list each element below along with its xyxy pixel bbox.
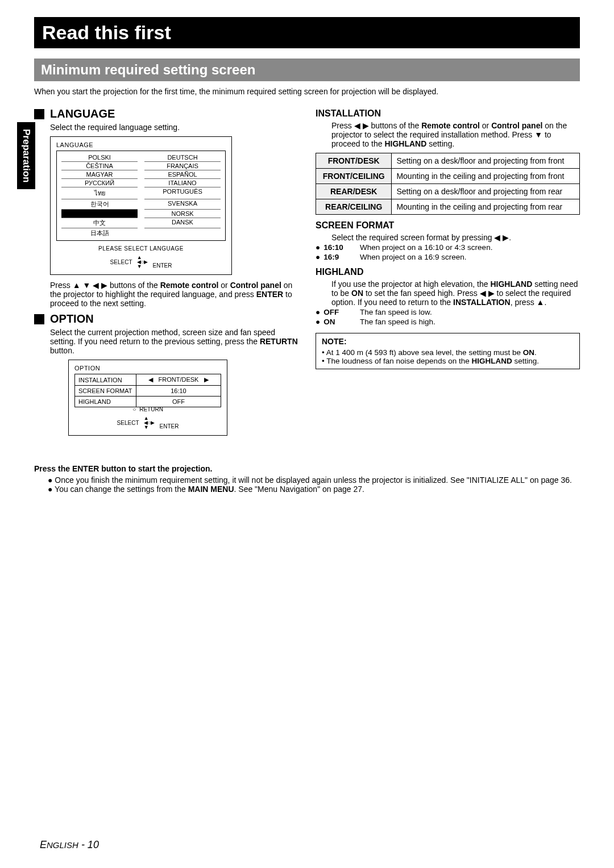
right-column: INSTALLATION Press ◀ ▶ buttons of the Re…: [316, 103, 580, 441]
option-desc: Select the current projection method, sc…: [50, 328, 298, 355]
nav-dpad-icon: ▲◀○▶▼: [143, 416, 156, 429]
row-screenformat[interactable]: SCREEN FORMAT 16:10: [75, 386, 221, 397]
enter-label: ENTER: [153, 262, 172, 269]
nav-dpad-icon: ▲◀○▶▼: [136, 255, 150, 269]
bottom-lead: Press the ENTER button to start the proj…: [34, 464, 580, 473]
row-rear-ceiling: REAR/CEILING Mounting in the ceiling and…: [316, 199, 580, 215]
lang-chinese[interactable]: 中文: [61, 218, 138, 228]
row-highland-value: OFF: [136, 397, 221, 407]
select-label: SELECT: [117, 420, 139, 426]
lang-polski[interactable]: POLSKI: [61, 153, 138, 162]
language-title: LANGUAGE: [50, 107, 115, 120]
highland-desc: If you use the projector at high elevati…: [331, 279, 580, 307]
lang-francais[interactable]: FRANÇAIS: [144, 162, 221, 170]
square-bullet-icon: [34, 109, 44, 119]
item-1610: 16:10When project on a 16:10 or 4:3 scre…: [316, 243, 580, 252]
row-highland[interactable]: HIGHLAND OFF: [75, 397, 221, 407]
page-title-bar: Read this first: [34, 17, 580, 48]
lang-deutsch[interactable]: DEUTSCH: [144, 153, 221, 162]
row-installation[interactable]: INSTALLATION ◀ FRONT/DESK ▶: [75, 374, 221, 386]
cell-rear-ceiling-v: Mounting in the ceiling and projecting f…: [392, 199, 580, 215]
row-screenformat-value: 16:10: [136, 386, 221, 397]
row-installation-label: INSTALLATION: [75, 374, 136, 386]
language-grid: POLSKI DEUTSCH ČEŠTINA FRANÇAIS MAGYAR E…: [56, 151, 226, 241]
note-title: NOTE:: [322, 337, 574, 346]
lang-italiano[interactable]: ITALIANO: [144, 179, 221, 187]
row-installation-value: ◀ FRONT/DESK ▶: [136, 374, 221, 386]
option-osd-box: OPTION INSTALLATION ◀ FRONT/DESK ▶ SCREE…: [68, 360, 227, 436]
select-label: SELECT: [110, 259, 132, 265]
bottom-item-2: You can change the settings from the MAI…: [48, 485, 580, 494]
row-rear-desk: REAR/DESK Setting on a desk/floor and pr…: [316, 184, 580, 199]
cell-front-desk-v: Setting on a desk/floor and projecting f…: [392, 153, 580, 169]
left-column: LANGUAGE Select the required language se…: [34, 103, 298, 441]
section-title-bar: Minimum required setting screen: [34, 59, 580, 81]
heading-language: LANGUAGE: [34, 107, 298, 120]
row-front-ceiling: FRONT/CEILING Mounting in the ceiling an…: [316, 169, 580, 184]
screenformat-desc: Select the required screen format by pre…: [331, 233, 580, 242]
enter-label: ENTER: [160, 423, 179, 429]
language-osd-box: LANGUAGE POLSKI DEUTSCH ČEŠTINA FRANÇAIS…: [50, 136, 232, 275]
row-front-desk: FRONT/DESK Setting on a desk/floor and p…: [316, 153, 580, 169]
lang-russian[interactable]: РУССКИЙ: [61, 179, 138, 187]
heading-option: OPTION: [34, 312, 298, 326]
installation-desc: Press ◀ ▶ buttons of the Remote control …: [331, 121, 580, 148]
row-screenformat-label: SCREEN FORMAT: [75, 386, 136, 397]
language-instruction: Press ▲ ▼ ◀ ▶ buttons of the Remote cont…: [50, 281, 298, 308]
language-desc: Select the required language setting.: [50, 123, 298, 132]
page-footer: ENGLISH - 10: [40, 839, 99, 851]
item-off: OFFThe fan speed is low.: [316, 308, 580, 316]
lang-espanol[interactable]: ESPAÑOL: [144, 170, 221, 179]
lang-cestina[interactable]: ČEŠTINA: [61, 162, 138, 170]
installation-table: FRONT/DESK Setting on a desk/floor and p…: [316, 153, 580, 215]
bottom-block: Press the ENTER button to start the proj…: [34, 464, 580, 494]
note-box: NOTE: At 1 400 m (4 593 ft) above sea le…: [316, 333, 580, 369]
lang-svenska[interactable]: SVENSKA: [144, 199, 221, 210]
lang-thai[interactable]: ไทย: [61, 187, 138, 199]
row-highland-label: HIGHLAND: [75, 397, 136, 407]
return-label: RETURN: [139, 406, 163, 412]
lang-norsk[interactable]: NORSK: [144, 210, 221, 218]
option-select-enter-row: SELECT ▲◀○▶▼ ENTER: [74, 416, 221, 429]
item-on: ONThe fan speed is high.: [316, 318, 580, 326]
please-select: PLEASE SELECT LANGUAGE: [56, 245, 226, 252]
lang-blank: [144, 228, 221, 238]
lang-magyar[interactable]: MAGYAR: [61, 170, 138, 179]
note-1: At 1 400 m (4 593 ft) above sea level, t…: [322, 348, 574, 357]
cell-rear-ceiling-k: REAR/CEILING: [316, 199, 392, 215]
highland-list: OFFThe fan speed is low. ONThe fan speed…: [316, 308, 580, 326]
select-enter-row: SELECT ▲◀○▶▼ ENTER: [56, 255, 226, 269]
osd-option-title: OPTION: [74, 365, 221, 372]
intro-text: When you start the projection for the fi…: [34, 87, 580, 96]
lang-korean[interactable]: 한국어: [61, 199, 138, 210]
lang-selected[interactable]: [61, 210, 138, 218]
bottom-item-1: Once you finish the minimum requirement …: [48, 475, 580, 485]
cell-rear-desk-v: Setting on a desk/floor and projecting f…: [392, 184, 580, 199]
option-table: INSTALLATION ◀ FRONT/DESK ▶ SCREEN FORMA…: [74, 374, 221, 407]
option-title: OPTION: [50, 312, 94, 326]
lang-portugues[interactable]: PORTUGUÊS: [144, 187, 221, 199]
square-bullet-icon: [34, 314, 44, 324]
installation-title: INSTALLATION: [316, 108, 580, 119]
item-169: 16:9When project on a 16:9 screen.: [316, 253, 580, 261]
side-tab-preparation: Preparation: [17, 122, 35, 189]
cell-front-ceiling-k: FRONT/CEILING: [316, 169, 392, 184]
screenformat-title: SCREEN FORMAT: [316, 220, 580, 231]
osd-language-title: LANGUAGE: [56, 141, 226, 148]
note-2: The loudness of fan noise depends on the…: [322, 357, 574, 365]
lang-dansk[interactable]: DANSK: [144, 218, 221, 228]
lang-japanese[interactable]: 日本語: [61, 228, 138, 238]
cell-front-desk-k: FRONT/DESK: [316, 153, 392, 169]
screenformat-list: 16:10When project on a 16:10 or 4:3 scre…: [316, 243, 580, 261]
cell-front-ceiling-v: Mounting in the ceiling and projecting f…: [392, 169, 580, 184]
cell-rear-desk-k: REAR/DESK: [316, 184, 392, 199]
highland-title: HIGHLAND: [316, 267, 580, 277]
